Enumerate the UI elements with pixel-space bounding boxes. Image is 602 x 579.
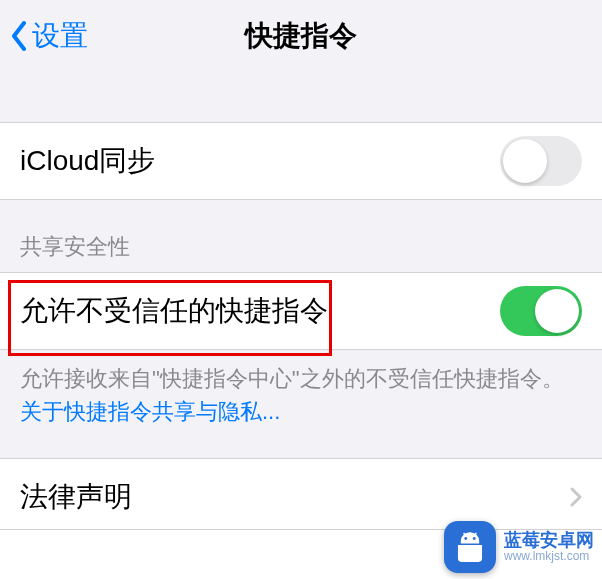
legal-label: 法律声明 [20,478,132,516]
allow-untrusted-toggle[interactable] [500,286,582,336]
chevron-left-icon [10,21,28,51]
svg-point-0 [464,537,467,540]
toggle-knob [503,139,547,183]
android-icon [444,521,496,573]
icloud-sync-label: iCloud同步 [20,142,155,180]
allow-untrusted-label: 允许不受信任的快捷指令 [20,292,328,330]
icloud-sync-toggle[interactable] [500,136,582,186]
watermark-title: 蓝莓安卓网 [504,531,594,551]
untrusted-footer-text: 允许接收来自"快捷指令中心"之外的不受信任快捷指令。 [20,366,564,391]
sharing-security-header: 共享安全性 [0,200,602,272]
back-button[interactable]: 设置 [10,17,88,55]
chevron-right-icon [570,487,582,507]
watermark: 蓝莓安卓网 www.lmkjst.com [444,521,594,573]
allow-untrusted-row: 允许不受信任的快捷指令 [0,272,602,350]
nav-bar: 设置 快捷指令 [0,0,602,72]
page-title: 快捷指令 [245,17,357,55]
privacy-link[interactable]: 关于快捷指令共享与隐私... [20,399,280,424]
untrusted-footer: 允许接收来自"快捷指令中心"之外的不受信任快捷指令。 关于快捷指令共享与隐私..… [0,350,602,458]
icloud-sync-row: iCloud同步 [0,122,602,200]
watermark-url: www.lmkjst.com [504,550,594,563]
svg-point-1 [473,537,476,540]
back-label: 设置 [32,17,88,55]
toggle-knob [535,289,579,333]
